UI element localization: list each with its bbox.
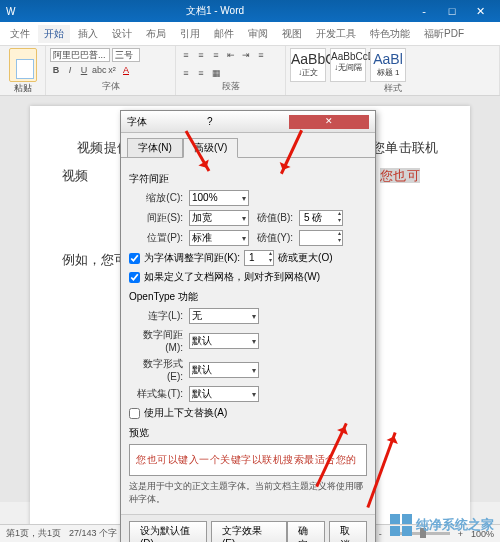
kerning-checkbox[interactable] xyxy=(129,253,140,264)
close-button[interactable]: ✕ xyxy=(466,5,494,18)
app-icon: W xyxy=(6,6,20,17)
section-preview: 预览 xyxy=(129,426,367,440)
titlebar: W 文档1 - Word - □ ✕ xyxy=(0,0,500,22)
paragraph-group-label: 段落 xyxy=(180,80,281,93)
paste-label[interactable]: 粘贴 xyxy=(14,82,32,95)
indent-left-icon[interactable]: ⇤ xyxy=(225,49,237,61)
status-words[interactable]: 27/143 个字 xyxy=(69,527,117,540)
contextual-checkbox[interactable] xyxy=(129,408,140,419)
position-combo[interactable]: 标准 xyxy=(189,230,249,246)
style-nospace[interactable]: AaBbCcD↓无间隔 xyxy=(330,48,366,82)
default-button[interactable]: 设为默认值(D) xyxy=(129,521,207,542)
align-left-icon[interactable]: ≡ xyxy=(255,49,267,61)
dialog-help-icon[interactable]: ? xyxy=(207,116,287,127)
section-opentype: OpenType 功能 xyxy=(129,290,367,304)
bold-icon[interactable]: B xyxy=(50,64,62,76)
minimize-button[interactable]: - xyxy=(410,5,438,17)
align-right-icon[interactable]: ≡ xyxy=(195,67,207,79)
grid-checkbox[interactable] xyxy=(129,272,140,283)
kerning-unit: 磅或更大(O) xyxy=(278,251,332,265)
tab-layout[interactable]: 布局 xyxy=(140,25,172,43)
spacing-amount-label: 磅值(B): xyxy=(253,211,295,225)
ligatures-label: 连字(L): xyxy=(129,309,185,323)
watermark-icon xyxy=(390,514,412,536)
dialog-close-button[interactable]: ✕ xyxy=(289,115,369,129)
tab-review[interactable]: 审阅 xyxy=(242,25,274,43)
stylistic-label: 样式集(T): xyxy=(129,387,185,401)
spacing-label: 间距(S): xyxy=(129,211,185,225)
ligatures-combo[interactable]: 无 xyxy=(189,308,259,324)
tab-insert[interactable]: 插入 xyxy=(72,25,104,43)
italic-icon[interactable]: I xyxy=(64,64,76,76)
numbering-icon[interactable]: ≡ xyxy=(195,49,207,61)
watermark: 纯净系统之家 xyxy=(390,514,494,536)
section-charspacing: 字符间距 xyxy=(129,172,367,186)
styles-group-label: 样式 xyxy=(290,82,495,95)
watermark-text: 纯净系统之家 xyxy=(416,516,494,534)
status-page[interactable]: 第1页，共1页 xyxy=(6,527,61,540)
style-heading1[interactable]: AaBl标题 1 xyxy=(370,48,406,82)
shading-icon[interactable]: ▦ xyxy=(210,67,222,79)
stylistic-combo[interactable]: 默认 xyxy=(189,386,259,402)
numforms-combo[interactable]: 默认 xyxy=(189,362,259,378)
tab-mailings[interactable]: 邮件 xyxy=(208,25,240,43)
tab-home[interactable]: 开始 xyxy=(38,25,70,43)
numspacing-label: 数字间距(M): xyxy=(129,328,185,353)
maximize-button[interactable]: □ xyxy=(438,5,466,17)
strike-icon[interactable]: abc xyxy=(92,64,104,76)
paste-icon[interactable] xyxy=(9,48,37,82)
scale-label: 缩放(C): xyxy=(129,191,185,205)
tab-references[interactable]: 引用 xyxy=(174,25,206,43)
grid-label: 如果定义了文档网格，则对齐到网格(W) xyxy=(144,270,320,284)
font-dialog: 字体 ? ✕ 字体(N) 高级(V) 字符间距 缩放(C): 100% 间距(S… xyxy=(120,110,376,542)
dialog-tab-font[interactable]: 字体(N) xyxy=(127,138,183,158)
text-effects-button[interactable]: 文字效果(E)... xyxy=(211,521,287,542)
font-size-combo[interactable]: 三号 xyxy=(112,48,140,62)
font-name-combo[interactable]: 阿里巴巴普... xyxy=(50,48,110,62)
font-color-icon[interactable]: A xyxy=(120,64,132,76)
cancel-button[interactable]: 取消 xyxy=(329,521,367,542)
dialog-titlebar[interactable]: 字体 ? ✕ xyxy=(121,111,375,133)
super-icon[interactable]: x² xyxy=(106,64,118,76)
dialog-title-text: 字体 xyxy=(127,115,207,129)
font-note: 这是用于中文的正文主题字体。当前文档主题定义将使用哪种字体。 xyxy=(129,480,367,506)
ok-button[interactable]: 确定 xyxy=(287,521,325,542)
position-amount-label: 磅值(Y): xyxy=(253,231,295,245)
preview-text: 您也可以键入一个关键字以联机搜索最适合您的 xyxy=(136,453,357,467)
font-group-label: 字体 xyxy=(50,80,171,93)
window-title: 文档1 - Word xyxy=(20,4,410,18)
highlighted-text: 您也可 xyxy=(380,168,420,183)
spacing-amount-spinner[interactable]: 5 磅 xyxy=(299,210,343,226)
scale-combo[interactable]: 100% xyxy=(189,190,249,206)
tab-pdf[interactable]: 福昕PDF xyxy=(418,25,470,43)
ribbon: 粘贴 剪贴板 阿里巴巴普... 三号 B I U abc x² A 字体 ≡ ≡… xyxy=(0,46,500,96)
position-amount-spinner[interactable] xyxy=(299,230,343,246)
tab-file[interactable]: 文件 xyxy=(4,25,36,43)
tab-design[interactable]: 设计 xyxy=(106,25,138,43)
contextual-label: 使用上下文替换(A) xyxy=(144,406,227,420)
bullets-icon[interactable]: ≡ xyxy=(180,49,192,61)
tab-special[interactable]: 特色功能 xyxy=(364,25,416,43)
tab-view[interactable]: 视图 xyxy=(276,25,308,43)
align-center-icon[interactable]: ≡ xyxy=(180,67,192,79)
indent-right-icon[interactable]: ⇥ xyxy=(240,49,252,61)
numspacing-combo[interactable]: 默认 xyxy=(189,333,259,349)
kerning-value-spinner[interactable]: 1 xyxy=(244,250,274,266)
position-label: 位置(P): xyxy=(129,231,185,245)
numforms-label: 数字形式(E): xyxy=(129,357,185,382)
style-normal[interactable]: AaBbC↓正文 xyxy=(290,48,326,82)
spacing-combo[interactable]: 加宽 xyxy=(189,210,249,226)
tab-devtools[interactable]: 开发工具 xyxy=(310,25,362,43)
kerning-label: 为字体调整字间距(K): xyxy=(144,251,240,265)
multilevel-icon[interactable]: ≡ xyxy=(210,49,222,61)
menubar: 文件 开始 插入 设计 布局 引用 邮件 审阅 视图 开发工具 特色功能 福昕P… xyxy=(0,22,500,46)
underline-icon[interactable]: U xyxy=(78,64,90,76)
